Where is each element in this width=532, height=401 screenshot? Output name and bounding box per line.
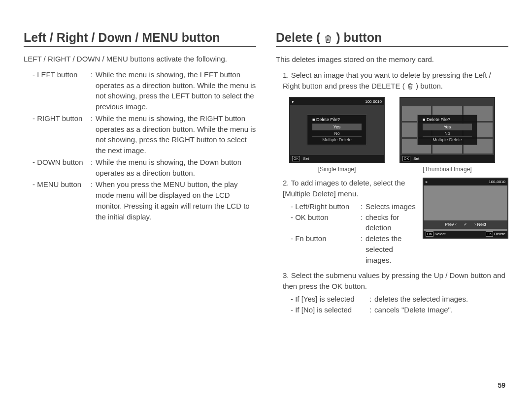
lcd-single-caption: [Single Image] [289,166,385,173]
trash-icon [324,31,332,45]
page-number: 59 [24,381,508,389]
sub-left-right: - Left/Right button : Selects images [291,201,416,212]
sub-fn: - Fn button : deletes the selected image… [291,233,416,265]
step-2: ▸ 100-0010 Prev ‹ ✓ › Next OK Select Fn … [283,178,508,265]
left-column: Left / Right / Down / MENU button LEFT /… [24,31,256,381]
def-down-button: - DOWN button : While the menu is showin… [33,157,256,179]
step-1: 1. Select an image that you want to dele… [283,70,508,92]
left-intro: LEFT / RIGHT / DOWN / MENU buttons activ… [24,54,256,64]
def-menu-button: - MENU button : When you press the MENU … [33,179,256,222]
right-intro: This deletes images stored on the memory… [276,54,508,65]
lcd-thumbnail-image: ■ Delete File? Yes No Multiple Delete OK… [399,97,495,163]
trash-icon [407,82,416,90]
sub-ok: - OK button : checks for deletion [291,212,416,234]
right-heading: Delete ( ) button [276,31,508,47]
lcd-thumb-caption: [Thumbnail Image] [399,166,495,173]
def-left-button: - LEFT button : While the menu is showin… [33,69,256,112]
right-column: Delete ( ) button This deletes images st… [276,31,508,381]
delete-dialog: ■ Delete File? Yes No Multiple Delete [417,115,477,145]
play-icon: ▸ [426,179,428,185]
delete-dialog: ■ Delete File? Yes No Multiple Delete [307,115,367,145]
play-icon: ▸ [292,99,294,104]
step-3: 3. Select the submenu values by pressing… [283,270,508,315]
left-heading: Left / Right / Down / MENU button [24,31,256,47]
def-right-button: - RIGHT button : While the menu is showi… [33,113,256,156]
sub-yes: - If [Yes] is selected : deletes the sel… [291,294,508,305]
lcd-single-image: ▸ 100-0010 ■ Delete File? Yes No Multipl… [289,97,385,163]
sub-no: - If [No] is selected : cancels "Delete … [291,305,508,315]
lcd-multiple-delete: ▸ 100-0010 Prev ‹ ✓ › Next OK Select Fn … [423,178,508,239]
